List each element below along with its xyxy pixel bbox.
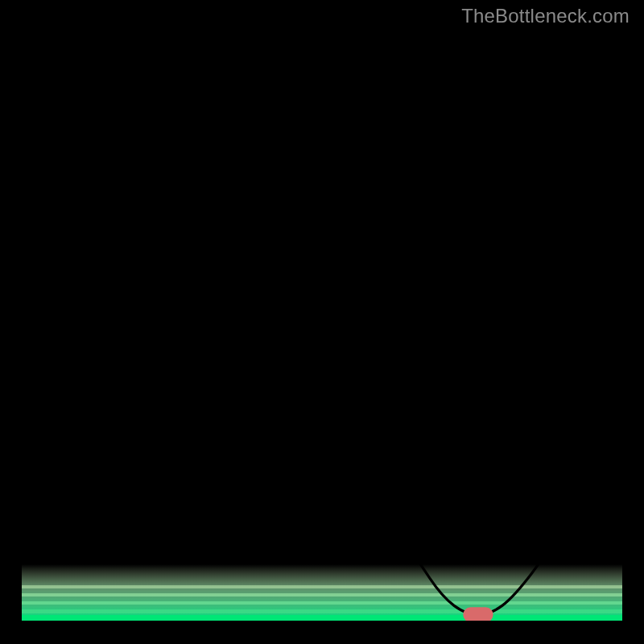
svg-rect-3	[22, 601, 622, 605]
svg-rect-5	[22, 615, 622, 621]
svg-rect-4	[22, 609, 622, 613]
gradient-background	[22, 22, 622, 621]
watermark-text: TheBottleneck.com	[461, 5, 630, 27]
svg-rect-2	[22, 593, 622, 597]
optimum-marker	[463, 607, 493, 621]
chart-plot	[22, 22, 622, 621]
svg-rect-1	[22, 585, 622, 588]
